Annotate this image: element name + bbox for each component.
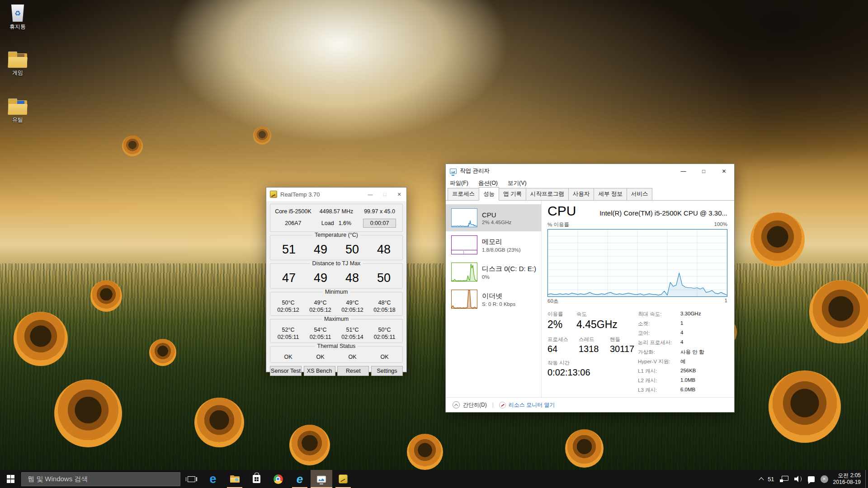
- uptime-value: 0:02:13:06: [547, 367, 638, 378]
- taskbar-button-file-explorer[interactable]: [224, 470, 245, 488]
- open-resource-monitor-link[interactable]: 리소스 모니터 열기: [509, 401, 555, 409]
- sunflower: [407, 434, 443, 470]
- l1-cache-label: L1 캐시:: [638, 368, 680, 375]
- network-icon[interactable]: [780, 476, 788, 482]
- realtemp-window: RealTemp 3.70 — □ ✕ Core i5-2500K 4498.5…: [266, 187, 407, 372]
- task-manager-window: 작업 관리자 — □ ✕ 파일(F) 옵션(O) 보기(V) 프로세스 성능 앱…: [445, 164, 735, 413]
- action-center-icon[interactable]: [808, 476, 815, 482]
- taskbar-button-task-manager[interactable]: [311, 470, 332, 488]
- cpu-utilization-graph: [547, 229, 727, 297]
- tab-users[interactable]: 사용자: [568, 188, 594, 200]
- realtemp-close-button[interactable]: ✕: [392, 188, 406, 201]
- cpu-model-subtitle: Intel(R) Core(TM) i5-2500K CPU @ 3.30...: [599, 209, 727, 217]
- sunflower: [149, 339, 176, 366]
- realtemp-maximize-button: □: [377, 188, 392, 201]
- disk-mini-graph: [451, 263, 477, 282]
- l1-cache-value: 256KB: [680, 368, 696, 375]
- settings-button[interactable]: Settings: [371, 366, 403, 376]
- desktop-icon-games-folder[interactable]: 게임: [4, 52, 32, 77]
- task-manager-window-title: 작업 관리자: [460, 167, 673, 175]
- xs-bench-button[interactable]: XS Bench: [304, 366, 335, 376]
- virtualization-label: 가상화:: [638, 349, 680, 356]
- start-button[interactable]: [0, 470, 21, 488]
- minimum-label: Minimum: [323, 289, 350, 295]
- fewer-details-button[interactable]: 간단히(D): [463, 401, 487, 409]
- edge-icon: e: [209, 473, 216, 485]
- l3-cache-value: 6.0MB: [680, 387, 695, 394]
- thermal-status: OK: [284, 354, 292, 360]
- tjmax-distance: 50: [377, 271, 391, 285]
- tray-temperature-readout[interactable]: 51: [768, 476, 774, 483]
- taskbar-search-box[interactable]: 웹 및 Windows 검색: [21, 472, 180, 486]
- realtemp-titlebar[interactable]: RealTemp 3.70 — □ ✕: [266, 188, 406, 201]
- core-temp: 48: [377, 243, 391, 257]
- min-temp: 48°C: [378, 300, 391, 306]
- folder-icon: [7, 52, 28, 68]
- desktop-icon-recycle-bin[interactable]: ♻ 휴지통: [4, 5, 32, 31]
- menu-view[interactable]: 보기(V): [508, 179, 527, 187]
- tray-status-icon[interactable]: ✕: [821, 475, 828, 483]
- realtemp-minimize-button[interactable]: —: [363, 188, 377, 201]
- sockets-value: 1: [680, 320, 683, 327]
- tab-details[interactable]: 세부 정보: [594, 188, 627, 200]
- temperature-label: Temperature (°C): [312, 232, 360, 238]
- min-temp: 49°C: [314, 300, 327, 306]
- taskbar-button-edge[interactable]: e: [202, 470, 224, 488]
- graph-x-right: 1: [725, 298, 727, 305]
- task-manager-close-button[interactable]: ✕: [714, 164, 734, 178]
- task-manager-icon: [317, 476, 326, 483]
- processes-value: 64: [547, 344, 579, 354]
- thermal-status-label: Thermal Status: [315, 343, 358, 349]
- max-speed-label: 최대 속도:: [638, 311, 680, 318]
- footer-separator: |: [492, 402, 494, 408]
- menu-options[interactable]: 옵션(O): [478, 179, 498, 187]
- logical-processors-label: 논리 프로세서:: [638, 339, 680, 346]
- task-manager-minimize-button[interactable]: —: [673, 164, 693, 178]
- desktop-icon-label: 게임: [4, 69, 32, 77]
- tab-startup[interactable]: 시작프로그램: [526, 188, 569, 200]
- reset-button[interactable]: Reset: [337, 366, 369, 376]
- taskbar-clock[interactable]: 오전 2:05 2016-08-19: [833, 472, 861, 486]
- task-manager-titlebar[interactable]: 작업 관리자 — □ ✕: [446, 164, 734, 178]
- tab-processes[interactable]: 프로세스: [448, 188, 479, 200]
- taskbar-button-chrome[interactable]: [267, 470, 289, 488]
- sidebar-item-memory[interactable]: 메모리 1.8/8.0GB (23%): [446, 231, 541, 258]
- sidebar-item-disk[interactable]: 디스크 0(C: D: E:) 0%: [446, 258, 541, 286]
- taskbar-button-internet-explorer[interactable]: e: [289, 470, 311, 488]
- task-manager-maximize-button[interactable]: □: [693, 164, 714, 178]
- tab-app-history[interactable]: 앱 기록: [499, 188, 526, 200]
- core-temp: 51: [282, 243, 296, 257]
- taskbar-button-store[interactable]: [245, 470, 267, 488]
- cores-label: 코어:: [638, 330, 680, 337]
- max-speed-value: 3.30GHz: [680, 311, 701, 318]
- taskbar-button-realtemp[interactable]: [332, 470, 354, 488]
- folder-icon: [7, 99, 28, 115]
- realtemp-app-icon: [270, 191, 277, 198]
- realtemp-cpu-info-group: Core i5-2500K 4498.57 MHz 99.97 x 45.0 2…: [270, 204, 403, 232]
- taskbar-button-task-view[interactable]: [180, 470, 202, 488]
- thermal-status: OK: [380, 354, 388, 360]
- utilization-value: 2%: [547, 319, 576, 331]
- volume-icon[interactable]: [794, 476, 802, 482]
- show-desktop-button[interactable]: [865, 470, 868, 488]
- desktop-icon-utils-folder[interactable]: 유틸: [4, 99, 32, 124]
- task-manager-app-icon: [450, 169, 457, 174]
- sensor-test-button[interactable]: Sensor Test: [270, 366, 302, 376]
- handles-label: 핸들: [610, 336, 620, 343]
- fewer-details-icon[interactable]: [453, 401, 460, 408]
- min-time: 02:05:12: [309, 307, 331, 313]
- task-view-icon: [188, 476, 195, 482]
- cpu-frequency: 4498.57 MHz: [320, 208, 353, 215]
- tjmax-distance: 47: [282, 271, 296, 285]
- tray-expand-chevron-icon[interactable]: [759, 477, 764, 482]
- logical-processors-value: 4: [680, 339, 683, 346]
- tab-performance[interactable]: 성능: [479, 187, 499, 201]
- sidebar-item-ethernet[interactable]: 이더넷 S: 0 R: 0 Kbps: [446, 286, 541, 313]
- desktop-wallpaper: [0, 0, 868, 488]
- menu-file[interactable]: 파일(F): [450, 179, 468, 187]
- chrome-icon: [274, 474, 283, 484]
- min-time: 02:05:12: [341, 307, 363, 313]
- max-time: 02:05:11: [374, 334, 396, 340]
- sidebar-item-cpu[interactable]: CPU 2% 4.45GHz: [446, 204, 541, 231]
- tab-services[interactable]: 서비스: [627, 188, 653, 200]
